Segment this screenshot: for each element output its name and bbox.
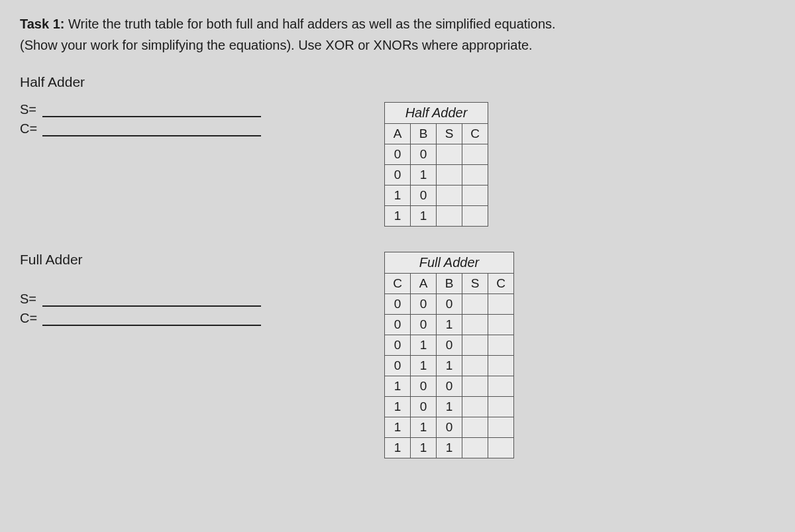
half-adder-heading: Half Adder xyxy=(20,74,775,90)
table-row: 0 1 1 xyxy=(385,356,514,376)
full-adder-table: Full Adder C A B S C 0 0 0 0 0 1 xyxy=(384,252,514,458)
table-row: 0 0 0 xyxy=(385,294,514,315)
task-text-2: (Show your work for simplifying the equa… xyxy=(20,38,533,52)
table-row: 1 1 xyxy=(385,206,488,227)
full-adder-heading: Full Adder xyxy=(20,252,378,268)
half-s-blank[interactable] xyxy=(42,103,261,117)
half-s-label: S= xyxy=(20,102,42,117)
table-row: 0 1 xyxy=(385,165,488,186)
table-row: 0 1 0 xyxy=(385,335,514,356)
col-header: A xyxy=(385,124,411,144)
col-header: S xyxy=(462,274,488,294)
table-row: 0 0 xyxy=(385,144,488,165)
task-label: Task 1: xyxy=(20,17,64,31)
table-row: 1 0 0 xyxy=(385,376,514,397)
col-header: C xyxy=(462,124,488,144)
full-s-label: S= xyxy=(20,292,42,307)
table-row: 1 0 xyxy=(385,186,488,206)
half-c-blank[interactable] xyxy=(42,122,261,136)
full-c-label: C= xyxy=(20,311,42,326)
col-header: A xyxy=(411,274,437,294)
half-c-equation: C= xyxy=(20,121,378,136)
full-table-caption: Full Adder xyxy=(384,252,514,273)
half-s-equation: S= xyxy=(20,102,378,117)
table-row: 1 1 0 xyxy=(385,417,514,438)
col-header: C xyxy=(385,274,411,294)
half-adder-table: Half Adder A B S C 0 0 0 1 1 0 xyxy=(384,102,488,227)
table-row: 0 0 1 xyxy=(385,315,514,335)
table-row: 1 1 1 xyxy=(385,438,514,458)
col-header: B xyxy=(411,124,437,144)
task-header: Task 1: Write the truth table for both f… xyxy=(20,13,775,56)
col-header: S xyxy=(437,124,462,144)
full-s-blank[interactable] xyxy=(42,292,261,307)
table-header-row: A B S C xyxy=(385,124,488,144)
half-c-label: C= xyxy=(20,121,42,136)
col-header: C xyxy=(488,274,514,294)
half-table-caption: Half Adder xyxy=(384,102,488,123)
table-row: 1 0 1 xyxy=(385,397,514,417)
full-s-equation: S= xyxy=(20,292,378,307)
task-text-1: Write the truth table for both full and … xyxy=(64,17,555,31)
table-header-row: C A B S C xyxy=(385,274,514,294)
full-c-blank[interactable] xyxy=(42,311,261,326)
col-header: B xyxy=(437,274,462,294)
full-c-equation: C= xyxy=(20,311,378,326)
